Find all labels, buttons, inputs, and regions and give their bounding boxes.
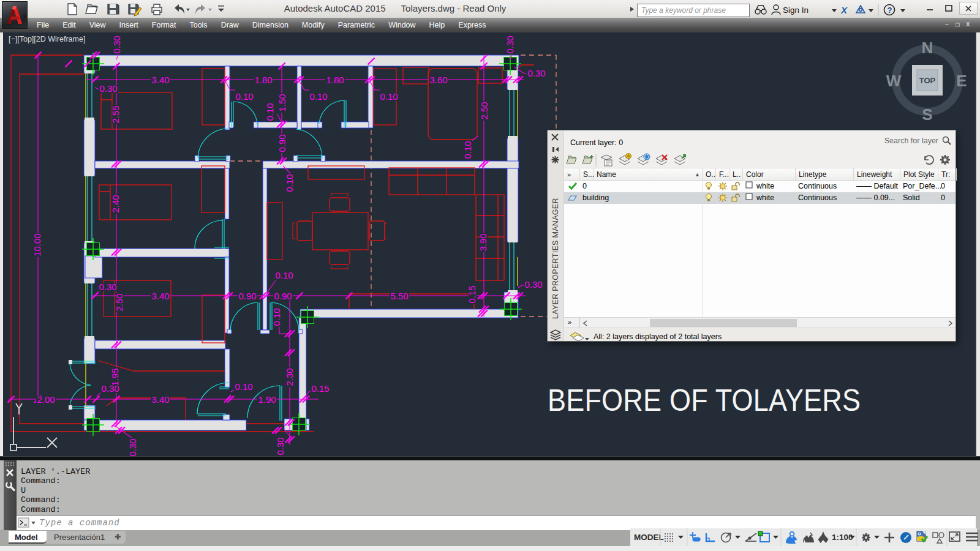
svg-text:TOP: TOP xyxy=(919,76,936,85)
svg-text:0.10: 0.10 xyxy=(275,270,293,280)
svg-text:1.50: 1.50 xyxy=(277,94,287,111)
svg-text:1.90: 1.90 xyxy=(258,394,276,405)
svg-text:2.40: 2.40 xyxy=(110,195,121,212)
svg-text:0.15: 0.15 xyxy=(467,285,477,303)
svg-text:N: N xyxy=(922,39,933,57)
svg-text:0.30: 0.30 xyxy=(111,36,122,53)
svg-text:MODEL: MODEL xyxy=(634,533,664,542)
svg-text:0.15: 0.15 xyxy=(311,383,329,394)
svg-text:2.30: 2.30 xyxy=(284,368,295,386)
svg-text:X: X xyxy=(840,5,848,15)
svg-text:0.10: 0.10 xyxy=(271,308,282,326)
svg-text:2.50: 2.50 xyxy=(479,102,489,119)
svg-text:0.10: 0.10 xyxy=(265,103,275,121)
svg-text:0.90: 0.90 xyxy=(277,134,287,152)
svg-text:3.40: 3.40 xyxy=(151,394,169,405)
svg-text:2.55: 2.55 xyxy=(110,105,121,123)
svg-text:0.10: 0.10 xyxy=(462,141,473,159)
svg-text:2.00: 2.00 xyxy=(37,394,55,405)
svg-text:0.10: 0.10 xyxy=(309,91,327,102)
svg-text:0.30: 0.30 xyxy=(505,36,515,53)
svg-text:0.30: 0.30 xyxy=(527,68,545,78)
svg-text:0.30: 0.30 xyxy=(99,282,116,292)
svg-text:0.30: 0.30 xyxy=(99,83,117,94)
svg-text:3.60: 3.60 xyxy=(429,75,447,85)
svg-text:W: W xyxy=(886,72,902,90)
svg-text:?: ? xyxy=(888,6,892,15)
svg-text:1.80: 1.80 xyxy=(326,75,344,85)
svg-text:LAYER PROPERTIES MANAGER: LAYER PROPERTIES MANAGER xyxy=(551,198,560,319)
svg-text:3.40: 3.40 xyxy=(151,291,169,301)
svg-text:0.30: 0.30 xyxy=(101,383,119,394)
svg-text:1.80: 1.80 xyxy=(254,75,272,85)
svg-text:3.90: 3.90 xyxy=(478,233,488,251)
svg-text:10.00: 10.00 xyxy=(32,233,42,257)
svg-text:0.90: 0.90 xyxy=(238,291,256,301)
svg-text:Sign In: Sign In xyxy=(783,6,809,15)
svg-text:0.10: 0.10 xyxy=(284,174,295,192)
svg-text:0.30: 0.30 xyxy=(127,438,138,456)
svg-text:3.40: 3.40 xyxy=(151,75,169,85)
svg-text:5.50: 5.50 xyxy=(390,291,408,301)
svg-text:0.90: 0.90 xyxy=(274,291,292,301)
svg-text:S: S xyxy=(922,105,932,124)
svg-text:0.10: 0.10 xyxy=(235,91,253,102)
svg-text:0.10: 0.10 xyxy=(380,91,398,102)
svg-text:0.10: 0.10 xyxy=(235,381,252,392)
svg-text:2.50: 2.50 xyxy=(114,293,124,311)
svg-text:0.30: 0.30 xyxy=(524,279,542,290)
svg-text:0.30: 0.30 xyxy=(275,437,285,455)
svg-text:E: E xyxy=(956,72,967,90)
svg-text:1:100: 1:100 xyxy=(832,533,853,542)
